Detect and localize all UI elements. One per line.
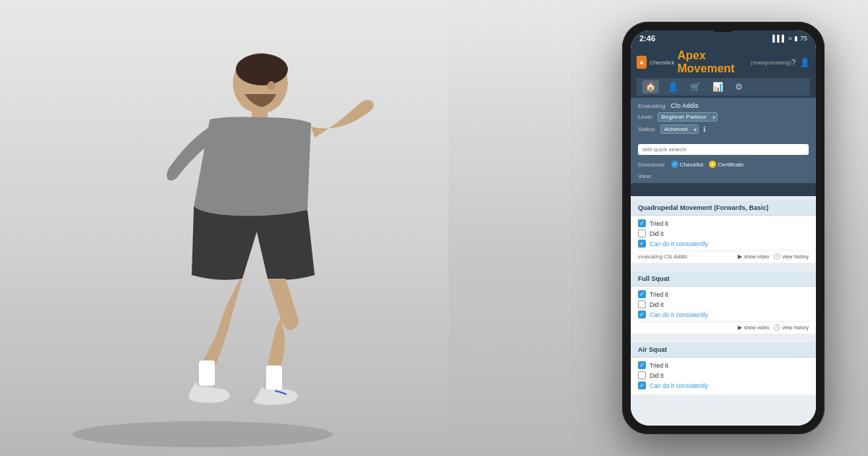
status-time: 2:46 bbox=[639, 34, 655, 43]
svg-rect-5 bbox=[199, 360, 215, 386]
nav-chart-icon[interactable]: 📊 bbox=[710, 80, 726, 93]
skill-2-show-video-btn[interactable]: ▶ show video bbox=[738, 324, 769, 331]
search-bar bbox=[631, 138, 816, 159]
content-area[interactable]: Evaluating: Clo Addis Level: Beginner Pa… bbox=[631, 98, 816, 426]
phone-frame: 2:46 ▌▌▌ ≈ ▮ 75 A Checklick bbox=[622, 22, 825, 434]
certificate-btn[interactable]: ★ Certificate bbox=[709, 161, 744, 168]
skill-search-input[interactable] bbox=[638, 144, 809, 155]
bottom-spacer bbox=[631, 394, 816, 409]
skill-1-title: Quadrupedal Movement (Forwards, Basic) bbox=[638, 204, 769, 211]
skill-1-did-checkbox[interactable] bbox=[638, 229, 646, 237]
status-select[interactable]: Achieved bbox=[660, 124, 699, 134]
skill-1-eval-row: evaluating Clo Addis: ▶ show video 🕐 vie… bbox=[638, 250, 809, 260]
skill-1-consistent-checkbox[interactable]: ✓ bbox=[638, 240, 646, 248]
svg-point-7 bbox=[268, 81, 275, 90]
masquerade-label: (masquerading) bbox=[751, 59, 791, 66]
skill-1-consistent-label: Can do it consistently bbox=[650, 240, 708, 248]
skill-2-tried-label: Tried it bbox=[650, 291, 668, 298]
nav-bar: 🏠 👤 🛒 📊 ⚙ bbox=[637, 78, 810, 96]
profile-icon[interactable]: 👤 bbox=[800, 58, 810, 67]
nav-home-icon[interactable]: 🏠 bbox=[642, 80, 659, 93]
skill-3-did-label: Did it bbox=[650, 372, 663, 379]
skill-2-header: Full Squat bbox=[631, 271, 816, 287]
header-top: A Checklick Apex Movement (masquerading)… bbox=[637, 49, 810, 75]
evaluating-row: Evaluating: Clo Addis bbox=[638, 102, 809, 109]
phone-screen: 2:46 ▌▌▌ ≈ ▮ 75 A Checklick bbox=[631, 30, 816, 426]
skill-2-view-history-btn[interactable]: 🕐 view history bbox=[773, 324, 809, 331]
skill-3-header: Air Squat bbox=[631, 342, 816, 358]
checklist-btn[interactable]: ✓ Checklist bbox=[671, 161, 703, 168]
skill-1-tried: ✓ Tried it bbox=[638, 219, 809, 227]
header-brand: A Checklick Apex Movement (masquerading) bbox=[637, 49, 791, 75]
checklist-icon: ✓ bbox=[671, 161, 678, 168]
skill-2-consistent-checkbox[interactable]: ✓ bbox=[638, 311, 646, 318]
skill-1-body: ✓ Tried it Did it ✓ Can do it consistent… bbox=[631, 216, 816, 263]
view-row: View: bbox=[631, 171, 816, 183]
video-icon: ▶ bbox=[738, 253, 742, 260]
skill-2-tried: ✓ Tried it bbox=[638, 290, 809, 298]
skill-2-tried-checkbox[interactable]: ✓ bbox=[638, 290, 646, 298]
skill-1-view-history-btn[interactable]: 🕐 view history bbox=[773, 253, 809, 260]
skill-2-did-checkbox[interactable] bbox=[638, 300, 646, 308]
status-select-wrapper[interactable]: Achieved bbox=[660, 124, 699, 134]
skill-2-consistent: ✓ Can do it consistently bbox=[638, 311, 809, 318]
skill-1-mini-btns: ▶ show video 🕐 view history bbox=[738, 253, 809, 260]
skill-section-1: Quadrupedal Movement (Forwards, Basic) ✓… bbox=[631, 200, 816, 263]
section-gap-1 bbox=[631, 263, 816, 267]
skill-3-did: Did it bbox=[638, 371, 809, 379]
skill-2-consistent-label: Can do it consistently bbox=[650, 311, 708, 318]
skill-3-title: Air Squat bbox=[638, 346, 667, 353]
form-header: Evaluating: Clo Addis Level: Beginner Pa… bbox=[631, 98, 816, 138]
skill-3-consistent-checkbox[interactable]: ✓ bbox=[638, 381, 646, 389]
skill-section-3: Air Squat ✓ Tried it Did it ✓ bbox=[631, 342, 816, 394]
skill-2-did: Did it bbox=[638, 300, 809, 308]
skill-1-did-label: Did it bbox=[650, 230, 663, 237]
history-icon-2: 🕐 bbox=[773, 324, 780, 331]
battery-icon: ▮ bbox=[794, 35, 798, 42]
download-label: Download: bbox=[638, 161, 665, 168]
skill-1-tried-label: Tried it bbox=[650, 220, 668, 227]
nav-person-icon[interactable]: 👤 bbox=[665, 80, 681, 93]
skill-3-tried-label: Tried it bbox=[650, 362, 668, 369]
nav-settings-icon[interactable]: ⚙ bbox=[732, 80, 746, 93]
skill-3-tried-checkbox[interactable]: ✓ bbox=[638, 361, 646, 369]
checklist-label: Checklist bbox=[680, 161, 703, 168]
skill-3-consistent-label: Can do it consistently bbox=[650, 382, 708, 389]
app-name: Apex Movement bbox=[678, 49, 748, 75]
section-gap-2 bbox=[631, 334, 816, 338]
level-select-wrapper[interactable]: Beginner Parkour bbox=[658, 112, 718, 122]
skill-2-mini-btns: ▶ show video 🕐 view history bbox=[738, 324, 809, 331]
skill-3-body: ✓ Tried it Did it ✓ Can do it consistent… bbox=[631, 358, 816, 394]
nav-cart-icon[interactable]: 🛒 bbox=[687, 80, 704, 93]
header-icons: ? 👤 bbox=[791, 58, 810, 67]
skill-2-title: Full Squat bbox=[638, 275, 670, 282]
signal-icon: ▌▌▌ bbox=[773, 35, 786, 42]
skill-1-header: Quadrupedal Movement (Forwards, Basic) bbox=[631, 200, 816, 216]
skill-1-eval-text: evaluating Clo Addis: bbox=[638, 253, 689, 260]
certificate-icon: ★ bbox=[709, 161, 716, 168]
show-video-label-2: show video bbox=[744, 325, 769, 330]
skill-3-did-checkbox[interactable] bbox=[638, 371, 646, 379]
status-bar: 2:46 ▌▌▌ ≈ ▮ 75 bbox=[631, 30, 816, 46]
skill-2-body: ✓ Tried it Did it ✓ Can do it consistent… bbox=[631, 287, 816, 334]
level-select[interactable]: Beginner Parkour bbox=[658, 112, 718, 122]
evaluating-value: Clo Addis bbox=[671, 102, 699, 109]
help-icon[interactable]: ? bbox=[791, 58, 796, 67]
skill-1-show-video-btn[interactable]: ▶ show video bbox=[738, 253, 769, 260]
level-row: Level: Beginner Parkour bbox=[638, 112, 809, 122]
skill-2-did-label: Did it bbox=[650, 301, 663, 308]
view-label: View: bbox=[638, 173, 652, 180]
view-history-label: view history bbox=[782, 254, 809, 259]
brand-label: Checklick bbox=[650, 59, 674, 66]
skill-1-did: Did it bbox=[638, 229, 809, 237]
status-info-icon[interactable]: ℹ bbox=[703, 125, 706, 133]
show-video-label: show video bbox=[744, 254, 769, 259]
skill-1-consistent: ✓ Can do it consistently bbox=[638, 240, 809, 248]
download-row: Download: ✓ Checklist ★ Certificate bbox=[631, 159, 816, 171]
level-label: Level: bbox=[638, 114, 653, 120]
skill-1-tried-checkbox[interactable]: ✓ bbox=[638, 219, 646, 227]
status-icons: ▌▌▌ ≈ ▮ 75 bbox=[773, 35, 807, 42]
svg-rect-4 bbox=[266, 366, 282, 391]
history-icon: 🕐 bbox=[773, 253, 780, 260]
evaluating-label: Evaluating: bbox=[638, 103, 667, 109]
